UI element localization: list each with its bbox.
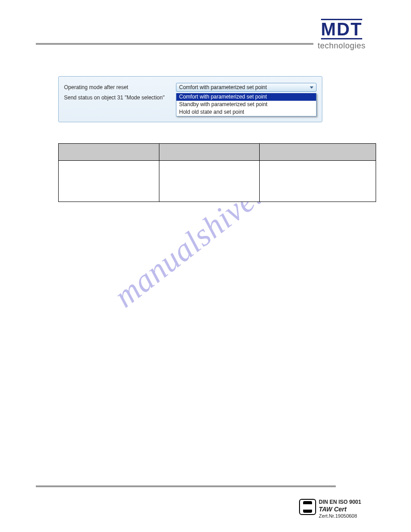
table-cell [260,161,376,202]
table-header-cell [159,144,260,161]
cert-line-taw: TAW Cert [319,506,361,514]
table-row [59,161,376,202]
dropdown-option[interactable]: Comfort with parameterized set point [176,93,316,101]
cert-icon [299,499,316,515]
cert-text: DIN EN ISO 9001 TAW Cert Zert.Nr.1905060… [319,499,361,519]
table-cell [59,161,159,202]
table-cell [159,161,260,202]
brand-logo: MDT technologies [304,19,380,51]
brand-mark: MDT [321,19,363,39]
table-header-row [59,144,376,161]
table-header-cell [59,144,159,161]
certification-badge: DIN EN ISO 9001 TAW Cert Zert.Nr.1905060… [299,499,380,519]
brand-subtext: technologies [304,41,380,51]
table-header-cell [260,144,376,161]
parameter-table [58,143,376,202]
header-divider [36,43,313,45]
cert-line-iso: DIN EN ISO 9001 [319,499,361,506]
dropdown-option[interactable]: Hold old state and set point [176,108,316,116]
setting-label-send-status: Send status on object 31 "Mode selection… [64,94,176,101]
footer-divider [36,485,336,487]
operating-mode-dropdown-list[interactable]: Comfort with parameterized set point Sta… [176,93,317,116]
dropdown-option[interactable]: Standby with parameterized set point [176,101,316,108]
settings-panel: Operating mode after reset Comfort with … [58,76,322,122]
operating-mode-combobox[interactable]: Comfort with parameterized set point [176,83,317,92]
setting-label-operating-mode: Operating mode after reset [64,84,176,90]
cert-line-number: Zert.Nr.19050608 [319,513,361,519]
